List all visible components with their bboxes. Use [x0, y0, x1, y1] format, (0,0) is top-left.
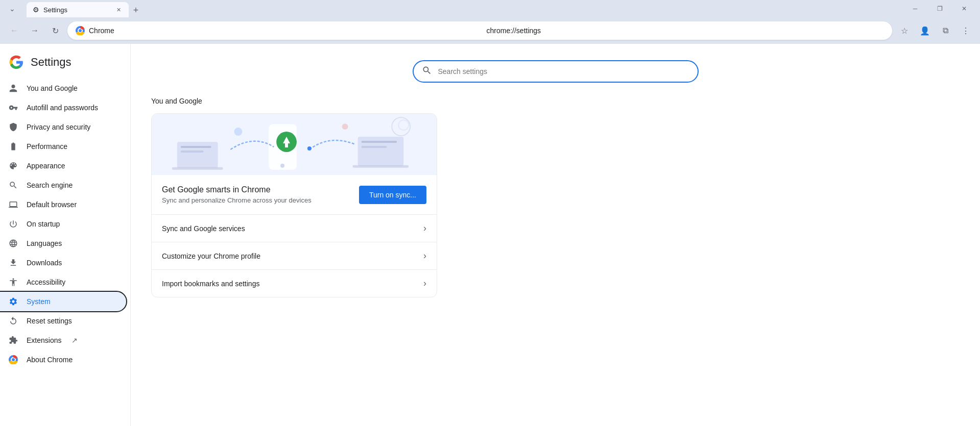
sidebar-item-system[interactable]: System [0, 292, 126, 311]
main-layout: Settings You and Google Autofill and pas… [0, 44, 980, 426]
chevron-right-icon-3: › [423, 278, 426, 289]
sidebar-item-languages[interactable]: Languages [0, 234, 126, 253]
tab-strip-controls: ⌄ [4, 1, 20, 17]
import-bookmarks-item[interactable]: Import bookmarks and settings › [152, 269, 437, 297]
svg-rect-9 [172, 167, 223, 170]
address-chrome-label: Chrome [89, 27, 483, 35]
bookmark-button[interactable]: ☆ [896, 22, 913, 39]
sidebar-item-downloads[interactable]: Downloads [0, 253, 126, 272]
sidebar-item-performance[interactable]: Performance [0, 137, 126, 156]
sidebar-item-default-browser[interactable]: Default browser [0, 195, 126, 214]
sidebar-item-label-languages: Languages [27, 239, 62, 247]
globe-icon [8, 239, 18, 248]
speed-icon [8, 142, 18, 151]
key-icon [8, 103, 18, 112]
sidebar-header: Settings [0, 48, 130, 79]
back-button[interactable]: ← [6, 22, 22, 39]
close-button[interactable]: ✕ [952, 0, 976, 17]
palette-icon [8, 161, 18, 170]
download-icon [8, 258, 18, 267]
tab-strip: ⚙ Settings ✕ + [27, 0, 901, 17]
address-bar-input[interactable]: Chrome chrome://settings [67, 21, 892, 40]
sidebar-item-label-autofill: Autofill and passwords [27, 104, 98, 112]
more-menu-button[interactable]: ⋮ [958, 22, 974, 39]
sidebar-item-label-reset-settings: Reset settings [27, 317, 72, 325]
import-bookmarks-label: Import bookmarks and settings [162, 280, 259, 288]
title-bar: ⌄ ⚙ Settings ✕ + ─ ❐ ✕ [0, 0, 980, 17]
sync-illustration [152, 114, 437, 175]
restore-button[interactable]: ❐ [928, 0, 951, 17]
svg-point-25 [342, 123, 348, 130]
power-icon [8, 219, 18, 229]
google-logo [8, 54, 25, 70]
svg-point-17 [280, 164, 284, 168]
sidebar: Settings You and Google Autofill and pas… [0, 44, 131, 426]
svg-rect-20 [285, 143, 288, 147]
sync-google-services-label: Sync and Google services [162, 224, 245, 233]
sync-text: Get Google smarts in Chrome Sync and per… [162, 185, 312, 204]
sidebar-item-appearance[interactable]: Appearance [0, 156, 126, 176]
settings-icon [8, 297, 18, 306]
sync-info-row: Get Google smarts in Chrome Sync and per… [152, 175, 437, 214]
extensions-icon [8, 336, 18, 345]
sync-google-services-item[interactable]: Sync and Google services › [152, 214, 437, 242]
person-icon [8, 84, 18, 93]
sidebar-item-reset-settings[interactable]: Reset settings [0, 311, 126, 331]
turn-on-sync-button[interactable]: Turn on sync... [359, 186, 426, 204]
minimize-button[interactable]: ─ [903, 0, 927, 17]
svg-point-24 [234, 128, 242, 136]
tab-list-btn[interactable]: ⌄ [4, 1, 20, 17]
sidebar-item-autofill[interactable]: Autofill and passwords [0, 98, 126, 117]
sidebar-item-label-default-browser: Default browser [27, 201, 77, 209]
sidebar-item-you-and-google[interactable]: You and Google [0, 79, 126, 98]
sidebar-item-privacy[interactable]: Privacy and security [0, 117, 126, 137]
svg-rect-15 [362, 146, 387, 148]
tab-close-button[interactable]: ✕ [114, 6, 123, 14]
sync-subtitle: Sync and personalize Chrome across your … [162, 196, 312, 204]
sync-banner [152, 114, 437, 175]
sidebar-item-label-downloads: Downloads [27, 259, 62, 267]
you-and-google-card: Get Google smarts in Chrome Sync and per… [151, 113, 437, 297]
sidebar-item-extensions[interactable]: Extensions ↗ [0, 331, 126, 350]
sidebar-item-label-on-startup: On startup [27, 220, 60, 228]
sidebar-item-on-startup[interactable]: On startup [0, 214, 126, 234]
chevron-right-icon-2: › [423, 250, 426, 261]
accessibility-icon [8, 278, 18, 287]
sidebar-item-label-appearance: Appearance [27, 162, 65, 170]
search-input[interactable] [438, 67, 689, 76]
forward-button[interactable]: → [27, 22, 43, 39]
chrome-favicon [76, 26, 85, 35]
new-tab-button[interactable]: + [129, 3, 143, 17]
reload-button[interactable]: ↻ [47, 22, 63, 39]
svg-point-6 [12, 358, 15, 361]
svg-point-2 [79, 29, 82, 32]
sidebar-item-about-chrome[interactable]: About Chrome [0, 350, 126, 369]
extensions-button[interactable]: ⧉ [937, 22, 953, 39]
svg-rect-8 [177, 142, 218, 168]
sidebar-item-accessibility[interactable]: Accessibility [0, 272, 126, 292]
sidebar-item-label-system: System [27, 297, 51, 306]
search-icon [8, 181, 18, 190]
search-bar[interactable] [413, 60, 699, 83]
section-title: You and Google [151, 97, 960, 105]
sidebar-item-label-about-chrome: About Chrome [27, 356, 73, 364]
sidebar-item-label-search-engine: Search engine [27, 181, 73, 189]
sidebar-item-label-performance: Performance [27, 142, 67, 151]
window-controls: ─ ❐ ✕ [903, 0, 976, 17]
desktop-icon [8, 200, 18, 209]
chrome-about-icon [8, 355, 18, 364]
sync-title: Get Google smarts in Chrome [162, 185, 312, 194]
address-bar: ← → ↻ Chrome chrome://settings ☆ 👤 ⧉ ⋮ [0, 17, 980, 44]
sidebar-item-label-accessibility: Accessibility [27, 278, 65, 286]
svg-rect-14 [362, 141, 397, 143]
profile-button[interactable]: 👤 [917, 22, 933, 39]
search-bar-icon [422, 65, 432, 78]
shield-icon [8, 122, 18, 132]
search-bar-wrapper [151, 60, 960, 83]
active-tab[interactable]: ⚙ Settings ✕ [27, 2, 129, 17]
sidebar-item-search-engine[interactable]: Search engine [0, 176, 126, 195]
external-link-icon: ↗ [71, 336, 78, 344]
customize-chrome-profile-item[interactable]: Customize your Chrome profile › [152, 242, 437, 269]
sidebar-item-label-you-and-google: You and Google [27, 84, 78, 92]
tab-title: Settings [43, 6, 67, 14]
